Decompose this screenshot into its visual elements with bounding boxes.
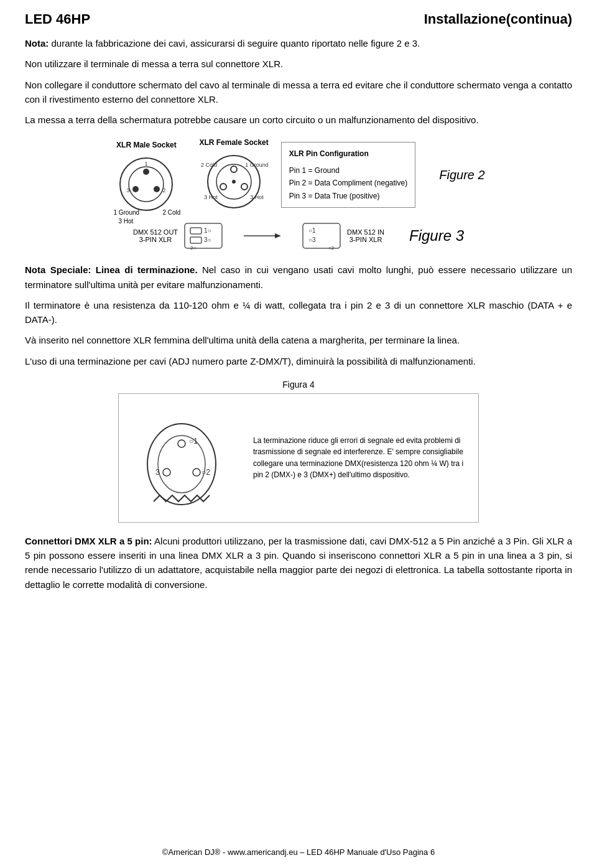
figure2-label: Figure 2 (439, 168, 484, 182)
svg-text:○2: ○2 (201, 468, 210, 477)
xlr-male-socket: XLR Male Socket 1 3 2 1 Ground 2 Cold 3 … (112, 141, 180, 209)
dmx-out-svg: 1○ 3○ 2○ (182, 220, 225, 251)
figure4-illustration: ○1 3 ○2 (135, 405, 234, 511)
xlr-female-svg: 2 Cold 1 Ground 3 Hot 3 Hot (200, 149, 268, 212)
svg-point-10 (231, 166, 237, 172)
svg-text:2 Cold: 2 Cold (201, 162, 217, 168)
footer: ©American DJ® - www.americandj.eu – LED … (0, 847, 597, 857)
dmx-in-label: DMX 512 IN 3-PIN XLR (347, 228, 384, 243)
connector-arrow (244, 230, 281, 242)
svg-point-3 (132, 186, 139, 192)
dmx-in-svg: ○1 ○3 ○2 (300, 220, 343, 251)
svg-rect-20 (190, 237, 201, 243)
pin3-text: Pin 3 = Data True (positive) (289, 190, 407, 202)
svg-point-2 (143, 169, 149, 175)
figure3-container: DMX 512 OUT 3-PIN XLR 1○ 3○ 2○ (25, 220, 572, 251)
dmx-in-box: ○1 ○3 ○2 DMX 512 IN 3-PIN XLR (300, 220, 384, 251)
pin1-text: Pin 1 = Ground (289, 164, 407, 177)
svg-text:3: 3 (155, 468, 160, 477)
svg-text:○2: ○2 (328, 245, 335, 251)
paragraph-1: Nota: durante la fabbricazione dei cavi,… (25, 36, 572, 50)
figure4-label: Figura 4 (282, 380, 314, 390)
dmx-out-label: DMX 512 OUT 3-PIN XLR (133, 228, 178, 243)
svg-rect-18 (185, 223, 222, 248)
svg-point-33 (163, 469, 170, 476)
connettori-section: Connettori DMX XLR a 5 pin: Alcuni produ… (25, 534, 572, 592)
figure4-outer: Figura 4 ○1 3 (25, 380, 572, 523)
xlr-male-label: XLR Male Socket (116, 141, 177, 149)
paragraph-4: La messa a terra della schermatura potre… (25, 113, 572, 127)
figure4-description: La terminazione riduce gli errori di seg… (253, 435, 468, 481)
svg-point-31 (158, 436, 205, 493)
svg-point-4 (154, 186, 160, 192)
svg-point-11 (220, 184, 226, 190)
footer-text: ©American DJ® - www.americandj.eu – LED … (162, 847, 435, 857)
xlr-female-socket: XLR Female Socket 2 Cold 1 Ground 3 Hot … (199, 138, 268, 212)
figure4-box: ○1 3 ○2 La terminazione riduce gli error… (118, 393, 479, 523)
xlr-female-label: XLR Female Socket (199, 138, 268, 147)
svg-text:3○: 3○ (204, 236, 211, 243)
svg-rect-19 (190, 228, 201, 234)
svg-point-34 (193, 469, 200, 476)
connettori-prefix: Connettori DMX XLR a 5 pin: (25, 536, 152, 546)
svg-text:○1: ○1 (189, 437, 198, 446)
figure3-label: Figure 3 (409, 227, 464, 245)
header: LED 46HP Installazione(continua) (25, 11, 572, 27)
svg-text:3 Hot: 3 Hot (250, 194, 264, 200)
header-title-left: LED 46HP (25, 11, 90, 27)
svg-text:3 Hot: 3 Hot (204, 194, 218, 200)
paragraph-1-body: durante la fabbricazione dei cavi, assic… (52, 38, 420, 49)
pin2-text: Pin 2 = Data Compliment (negative) (289, 177, 407, 189)
xlr-pin-config: XLR Pin Configuration Pin 1 = Ground Pin… (281, 142, 415, 208)
paragraph-3: Non collegare il conduttore schermato de… (25, 78, 572, 107)
svg-point-32 (178, 440, 185, 447)
svg-text:2○: 2○ (190, 245, 196, 251)
svg-text:○1: ○1 (308, 227, 316, 234)
nota-bold: Nota: (25, 38, 49, 49)
svg-point-13 (232, 180, 236, 184)
xlr-male-svg: 1 3 2 (112, 152, 180, 214)
arrow-svg (244, 230, 281, 242)
svg-point-12 (241, 184, 248, 190)
svg-text:2: 2 (163, 187, 166, 194)
nota-speciale-p3: Và inserito nel connettore XLR femmina d… (25, 333, 572, 347)
dmx-out-box: DMX 512 OUT 3-PIN XLR 1○ 3○ 2○ (133, 220, 225, 251)
svg-text:1: 1 (145, 161, 148, 167)
page: LED 46HP Installazione(continua) Nota: d… (0, 0, 597, 868)
svg-text:1○: 1○ (204, 227, 211, 234)
svg-text:3: 3 (127, 187, 130, 194)
nota-speciale-p2: Il terminatore è una resistenza da 110-1… (25, 298, 572, 327)
nota-speciale: Nota Speciale: Linea di terminazione. Ne… (25, 263, 572, 292)
pin-config-label: XLR Pin Configuration (289, 147, 407, 160)
nota-speciale-prefix: Nota Speciale: Linea di terminazione. (25, 264, 198, 275)
figure2-container: XLR Male Socket 1 3 2 1 Ground 2 Cold 3 … (25, 138, 572, 212)
svg-text:○3: ○3 (308, 236, 316, 243)
figure4-svg-area: ○1 3 ○2 (129, 405, 241, 511)
svg-text:1 Ground: 1 Ground (245, 162, 268, 168)
nota-speciale-p4: L'uso di una terminazione per cavi (ADJ … (25, 354, 572, 368)
paragraph-2: Non utilizzare il terminale di messa a t… (25, 57, 572, 71)
svg-marker-25 (275, 233, 281, 238)
header-title-right: Installazione(continua) (424, 11, 572, 27)
